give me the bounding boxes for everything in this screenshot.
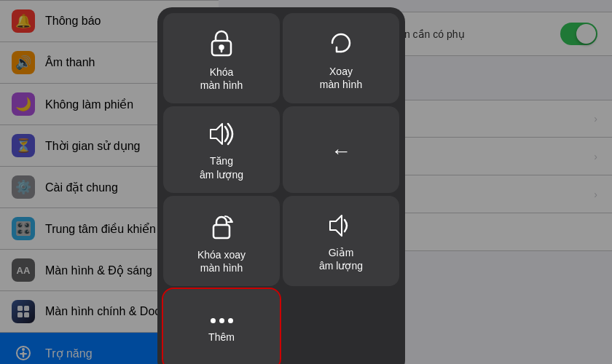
menu-item-them[interactable]: Thêm: [163, 289, 280, 364]
dot-2: [219, 318, 224, 323]
menu-item-khoa-xoay[interactable]: Khóa xoaymàn hình: [163, 196, 280, 286]
svg-marker-11: [330, 215, 342, 236]
menu-label-khoa-man-hinh: Khóamàn hình: [200, 66, 243, 92]
menu-item-khoa-man-hinh[interactable]: Khóamàn hình: [163, 13, 280, 103]
dot-3: [228, 318, 233, 323]
menu-label-xoay-man-hinh: Xoaymàn hình: [320, 65, 362, 91]
lock-rotate-icon: [206, 210, 237, 241]
menu-label-tang-am-luong: Tăngâm lượng: [200, 154, 243, 181]
menu-item-giam-am-luong[interactable]: Giảmâm lượng: [283, 196, 399, 286]
svg-marker-9: [211, 124, 222, 144]
rotate-icon: [326, 28, 356, 58]
menu-item-tang-am-luong[interactable]: Tăngâm lượng: [163, 106, 280, 192]
menu-label-them: Thêm: [208, 331, 235, 344]
lock-icon: [208, 28, 235, 58]
menu-item-arrow[interactable]: ←: [283, 106, 399, 192]
dots-icon: [211, 318, 233, 323]
dot-1: [211, 318, 216, 323]
volume-up-icon: [206, 121, 237, 147]
menu-item-xoay-man-hinh[interactable]: Xoaymàn hình: [283, 13, 399, 103]
arrow-left-icon: ←: [331, 140, 351, 163]
svg-rect-10: [213, 225, 230, 238]
menu-label-khoa-xoay: Khóa xoaymàn hình: [197, 248, 246, 274]
modal-overlay: Khóamàn hình Xoaymàn hình Tăngâm lượn: [0, 0, 612, 364]
menu-label-giam-am-luong: Giảmâm lượng: [319, 246, 363, 272]
assistive-touch-menu: Khóamàn hình Xoaymàn hình Tăngâm lượn: [157, 7, 405, 364]
volume-down-icon: [327, 213, 355, 239]
